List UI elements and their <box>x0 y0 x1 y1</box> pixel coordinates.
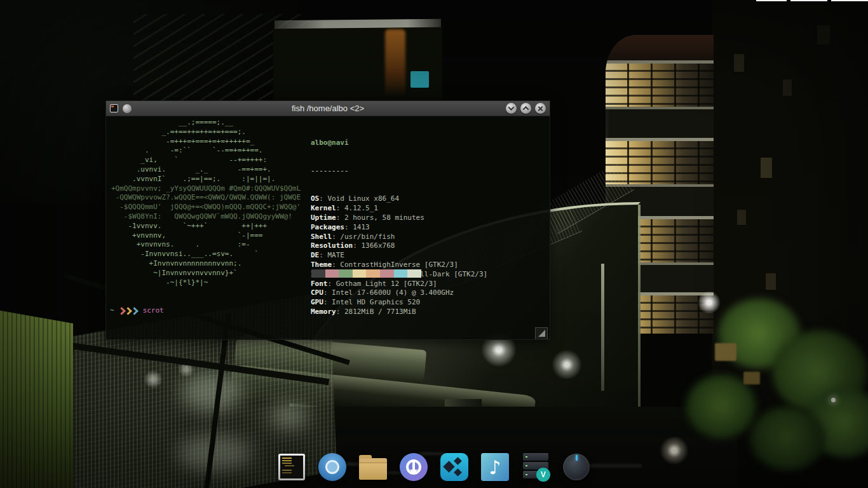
ascii-art-line: +vnvnnv, `-|=== <box>111 231 301 241</box>
dock-item-music[interactable]: ♪ <box>481 452 509 482</box>
fetch-entry: CPU: Intel i7-6600U (4) @ 3.400GHz <box>311 288 487 298</box>
dock-item-terminal[interactable] <box>278 452 306 482</box>
ascii-art-line: +QmQQmpvvnv; _yYsyQQWUUQQQm #QmQ#:QQQWUV… <box>111 184 301 194</box>
dock-item-volume-knob[interactable] <box>562 452 590 482</box>
palette-swatch <box>325 269 339 278</box>
fetch-entry: Memory: 2812MiB / 7713MiB <box>311 308 487 317</box>
top-panel-segment[interactable] <box>831 0 868 1</box>
terminal-icon <box>278 454 305 480</box>
dock: ♪ V <box>278 452 590 482</box>
chevron-up-icon <box>523 106 529 112</box>
ascii-art-line: -QQWQWpvvowZ?.wQQQE==<QWWQ/QWQW.QQWW(: j… <box>111 193 301 203</box>
folder-icon <box>359 458 387 480</box>
close-button[interactable] <box>535 103 546 114</box>
dock-item-file-manager[interactable] <box>359 452 387 482</box>
fetch-entry: OS: Void Linux x86_64 <box>311 194 487 204</box>
palette-swatch <box>407 269 421 278</box>
desktop: fish /home/albo <2> __.;=====;.__ _.=+==… <box>0 0 868 488</box>
palette-swatch <box>311 269 325 278</box>
ascii-art-line: -=+++=+===+=+=+++++=_ <box>111 137 301 147</box>
dock-item-updater[interactable] <box>400 452 428 482</box>
prompt-chevron-icon <box>130 307 139 315</box>
ascii-art-line: . -=:`` `--==+=++==. <box>111 146 301 156</box>
fetch-entry: Shell: /usr/bin/fish <box>311 233 487 242</box>
dock-item-kodi[interactable] <box>440 452 468 482</box>
palette-swatch <box>394 269 408 278</box>
top-panel-segment[interactable] <box>756 0 787 1</box>
prompt-chevrons <box>119 308 138 314</box>
ascii-art-line: +Invnvnvnnnnnnnnvvnn;. <box>111 259 301 269</box>
window-title: fish /home/albo <2> <box>106 104 550 113</box>
fetch-entry: Kernel: 4.12.5_1 <box>311 204 487 214</box>
fetch-user-host: albo@navi <box>311 139 487 148</box>
chevron-down-icon <box>508 104 515 111</box>
chromium-icon <box>318 453 346 481</box>
ascii-art-line: -Invnvvnsi..___..=sv=. ` <box>111 250 301 259</box>
palette-swatch <box>339 269 353 278</box>
fetch-entry: Theme: ContrastHighInverse [GTK2/3] <box>311 261 487 270</box>
ascii-art-line: _.=+==++=++=+=+===;. <box>111 128 301 137</box>
prompt-cwd: ~ <box>110 306 114 316</box>
fetch-entry: Uptime: 2 hours, 58 minutes <box>311 214 487 223</box>
palette-swatch <box>380 269 394 278</box>
kodi-icon <box>440 453 468 481</box>
dock-item-server-v[interactable]: V <box>522 452 550 482</box>
fetch-separator: --------- <box>311 166 487 176</box>
fetch-entry: Resolution: 868x488 <box>311 241 487 251</box>
palette-swatch <box>366 269 380 278</box>
fetch-entry: GPU: Intel HD Graphics 520 <box>311 298 487 308</box>
maximize-button[interactable] <box>520 103 531 114</box>
resize-grip[interactable] <box>535 327 548 339</box>
palette-swatch <box>353 269 367 278</box>
ascii-art-line: .uvnvi. _._ -==+==+. <box>111 165 301 175</box>
ascii-art-line: -~|{*l}*|~ <box>111 278 301 288</box>
terminal-titlebar[interactable]: fish /home/albo <2> <box>106 101 550 116</box>
music-note-icon: ♪ <box>481 453 509 481</box>
ascii-art-line: -$QQQQmmU' jQQQ@+=<QWQQ)mQQQ.mQQQC+;jWQQ… <box>111 203 301 212</box>
color-palette <box>311 269 421 283</box>
software-updater-icon <box>400 453 428 481</box>
volume-knob-icon <box>563 454 590 480</box>
ascii-art-line: .vvnvnI` .;==|==;. :|=||=|. <box>111 175 301 184</box>
top-panel-segment[interactable] <box>790 0 827 1</box>
shell-prompt: ~ scrot <box>110 306 164 316</box>
ascii-art-line: +vnvnvns. . :=- <box>111 240 301 250</box>
fetch-entry: DE: MATE <box>311 251 487 261</box>
terminal-window: fish /home/albo <2> __.;=====;.__ _.=+==… <box>105 100 550 340</box>
dock-item-chromium[interactable] <box>318 452 346 482</box>
prompt-command: scrot <box>143 306 164 316</box>
ascii-art-line: -$WQ8YnI: QWQQwgQQWV`mWQQ.jQWQQgyyWW@! <box>111 212 301 222</box>
ascii-art: __.;=====;.__ _.=+==++=++=+=+===;. -=+++… <box>111 118 301 287</box>
fetch-entries: OS: Void Linux x86_64Kernel: 4.12.5_1Upt… <box>311 194 487 316</box>
ascii-art-line: _vi, ` --+=++++: <box>111 156 301 165</box>
server-v-icon: V <box>523 453 548 481</box>
close-icon <box>538 105 543 111</box>
ascii-art-line: -1vvnvv. `~+++` ++|+++ <box>111 222 301 231</box>
fetch-output: albo@navi --------- OS: Void Linux x86_6… <box>311 119 487 336</box>
ascii-art-line: __.;=====;.__ <box>111 118 301 128</box>
shade-button[interactable] <box>506 103 517 114</box>
terminal-body[interactable]: __.;=====;.__ _.=+==++=++=+=+===;. -=+++… <box>106 116 550 339</box>
fetch-entry: Packages: 1413 <box>311 223 487 233</box>
ascii-art-line: ~|Invnvnvvnvvvnnv}+` <box>111 269 301 278</box>
